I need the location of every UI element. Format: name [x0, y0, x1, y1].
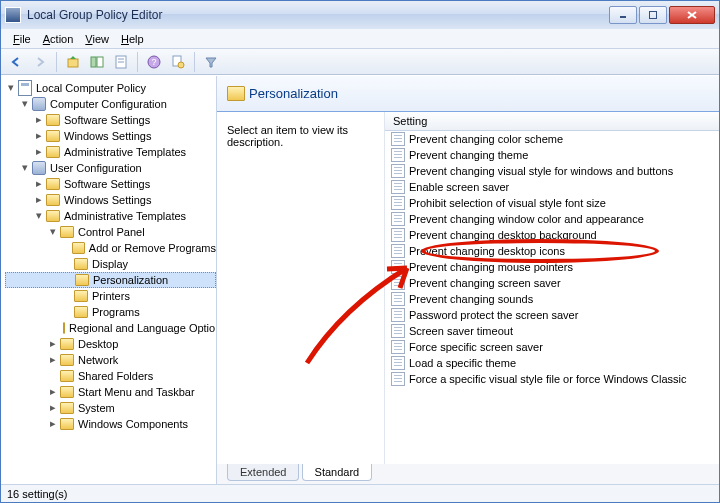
tree-item[interactable]: Personalization [5, 272, 216, 288]
menu-view[interactable]: View [79, 31, 115, 47]
expand-expand-icon[interactable] [33, 147, 44, 158]
folder-icon [60, 386, 74, 398]
tree-item[interactable]: Software Settings [5, 112, 216, 128]
setting-item[interactable]: Prevent changing window color and appear… [385, 211, 719, 227]
minimize-button[interactable] [609, 6, 637, 24]
expand-expand-icon[interactable] [47, 339, 58, 350]
expand-expand-icon[interactable] [33, 195, 44, 206]
tree-item[interactable]: Display [5, 256, 216, 272]
setting-item[interactable]: Force specific screen saver [385, 339, 719, 355]
settings-list[interactable]: Setting Prevent changing color schemePre… [385, 112, 719, 464]
policy-icon [391, 276, 405, 290]
tree-item[interactable]: Windows Settings [5, 128, 216, 144]
status-bar: 16 setting(s) [1, 484, 719, 502]
tree-item[interactable]: User Configuration [5, 160, 216, 176]
config-icon [32, 161, 46, 175]
tree-item[interactable]: Printers [5, 288, 216, 304]
tree-item-label: Administrative Templates [64, 146, 186, 158]
setting-item[interactable]: Load a specific theme [385, 355, 719, 371]
back-button[interactable] [5, 51, 27, 73]
tree-item[interactable]: Windows Settings [5, 192, 216, 208]
tree-item[interactable]: Add or Remove Programs [5, 240, 216, 256]
tree-item[interactable]: Regional and Language Options [5, 320, 216, 336]
tree-pane[interactable]: Local Computer PolicyComputer Configurat… [1, 76, 217, 484]
separator-icon [56, 52, 57, 72]
expand-expand-icon[interactable] [33, 179, 44, 190]
setting-label: Prevent changing screen saver [409, 277, 561, 289]
titlebar[interactable]: Local Group Policy Editor [1, 1, 719, 29]
setting-item[interactable]: Prevent changing color scheme [385, 131, 719, 147]
export-button[interactable] [167, 51, 189, 73]
setting-item[interactable]: Enable screen saver [385, 179, 719, 195]
setting-item[interactable]: Prevent changing mouse pointers [385, 259, 719, 275]
tree-item-label: Software Settings [64, 114, 150, 126]
tree-item[interactable]: Desktop [5, 336, 216, 352]
tree-item[interactable]: Administrative Templates [5, 144, 216, 160]
tree-item[interactable]: System [5, 400, 216, 416]
expand-expand-icon[interactable] [47, 355, 58, 366]
setting-item[interactable]: Prevent changing screen saver [385, 275, 719, 291]
expand-collapse-icon[interactable] [33, 211, 44, 222]
setting-item[interactable]: Prevent changing desktop background [385, 227, 719, 243]
filter-button[interactable] [200, 51, 222, 73]
folder-icon [46, 114, 60, 126]
setting-label: Prevent changing desktop background [409, 229, 597, 241]
policy-icon [391, 180, 405, 194]
help-button[interactable]: ? [143, 51, 165, 73]
tree-item-label: Control Panel [78, 226, 145, 238]
tree-item[interactable]: Local Computer Policy [5, 80, 216, 96]
expand-expand-icon[interactable] [47, 419, 58, 430]
expand-collapse-icon[interactable] [19, 163, 30, 174]
setting-item[interactable]: Prevent changing sounds [385, 291, 719, 307]
tab-standard[interactable]: Standard [302, 464, 373, 481]
folder-icon [74, 258, 88, 270]
properties-button[interactable] [110, 51, 132, 73]
show-hide-tree-button[interactable] [86, 51, 108, 73]
folder-icon [46, 146, 60, 158]
tree-item[interactable]: Start Menu and Taskbar [5, 384, 216, 400]
view-tabs: Extended Standard [217, 464, 719, 484]
up-button[interactable] [62, 51, 84, 73]
setting-item[interactable]: Password protect the screen saver [385, 307, 719, 323]
setting-label: Prevent changing sounds [409, 293, 533, 305]
expand-expand-icon[interactable] [47, 387, 58, 398]
folder-icon [46, 178, 60, 190]
expand-expand-icon[interactable] [47, 403, 58, 414]
description-pane: Select an item to view its description. [217, 112, 385, 464]
tree-item-label: Printers [92, 290, 130, 302]
menu-file[interactable]: File [7, 31, 37, 47]
svg-rect-5 [91, 57, 96, 67]
setting-item[interactable]: Screen saver timeout [385, 323, 719, 339]
tree-spacer [61, 243, 70, 254]
expand-collapse-icon[interactable] [47, 227, 58, 238]
menu-action[interactable]: Action [37, 31, 80, 47]
close-button[interactable] [669, 6, 715, 24]
setting-label: Prevent changing window color and appear… [409, 213, 644, 225]
expand-expand-icon[interactable] [33, 115, 44, 126]
expand-expand-icon[interactable] [33, 131, 44, 142]
tree-item[interactable]: Shared Folders [5, 368, 216, 384]
tab-extended[interactable]: Extended [227, 464, 299, 481]
window-title: Local Group Policy Editor [27, 8, 607, 22]
forward-button[interactable] [29, 51, 51, 73]
setting-item[interactable]: Prevent changing theme [385, 147, 719, 163]
setting-item[interactable]: Prevent changing desktop icons [385, 243, 719, 259]
setting-item[interactable]: Prevent changing visual style for window… [385, 163, 719, 179]
tree-item[interactable]: Software Settings [5, 176, 216, 192]
tree-item[interactable]: Control Panel [5, 224, 216, 240]
setting-item[interactable]: Prohibit selection of visual style font … [385, 195, 719, 211]
tree-item[interactable]: Windows Components [5, 416, 216, 432]
tree-item[interactable]: Network [5, 352, 216, 368]
folder-icon [60, 226, 74, 238]
setting-item[interactable]: Force a specific visual style file or fo… [385, 371, 719, 387]
tree-item[interactable]: Administrative Templates [5, 208, 216, 224]
column-header-setting[interactable]: Setting [385, 112, 719, 131]
tree-item[interactable]: Programs [5, 304, 216, 320]
expand-collapse-icon[interactable] [19, 99, 30, 110]
tree-item-label: Windows Components [78, 418, 188, 430]
tree-spacer [61, 259, 72, 270]
expand-collapse-icon[interactable] [5, 83, 16, 94]
tree-item[interactable]: Computer Configuration [5, 96, 216, 112]
maximize-button[interactable] [639, 6, 667, 24]
menu-help[interactable]: Help [115, 31, 150, 47]
